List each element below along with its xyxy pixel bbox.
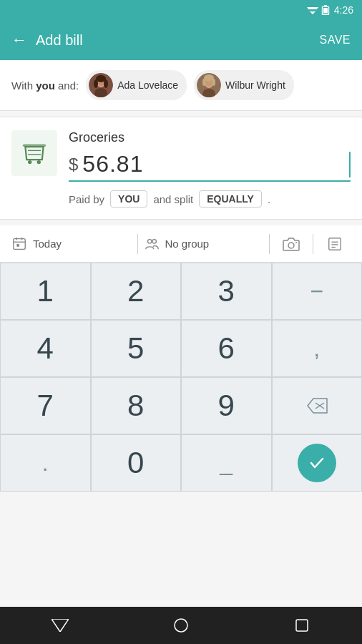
- svg-marker-41: [52, 619, 69, 632]
- svg-point-13: [104, 79, 108, 88]
- groceries-icon: [21, 140, 47, 166]
- svg-point-22: [28, 160, 31, 164]
- split-chip[interactable]: EQUALLY: [199, 190, 262, 208]
- currency-symbol: $: [69, 155, 78, 175]
- note-icon: [327, 236, 343, 252]
- note-button[interactable]: [319, 228, 351, 260]
- svg-rect-30: [16, 244, 19, 247]
- bill-amount[interactable]: 56.81: [82, 151, 349, 177]
- participants-label: With you and:: [11, 79, 79, 92]
- camera-button[interactable]: [275, 228, 307, 260]
- page-title: Add bill: [36, 32, 83, 49]
- group-picker[interactable]: No group: [144, 236, 264, 252]
- numpad-key-8[interactable]: 8: [91, 377, 182, 434]
- split-label: and split: [153, 193, 193, 205]
- svg-marker-2: [310, 11, 315, 14]
- numpad-key-,[interactable]: ,: [272, 320, 363, 377]
- svg-point-23: [37, 160, 41, 164]
- toolbar-divider-3: [313, 234, 313, 254]
- status-bar: 4:26: [0, 0, 362, 20]
- numpad-key-5[interactable]: 5: [91, 320, 182, 377]
- back-nav-icon: [52, 619, 69, 632]
- svg-point-18: [204, 74, 214, 82]
- date-label: Today: [33, 238, 62, 250]
- numpad: 123−456,789.0_: [0, 263, 362, 492]
- top-bar: ← Add bill SAVE: [0, 20, 362, 60]
- status-time: 4:26: [334, 4, 353, 16]
- numpad-key-.[interactable]: .: [0, 434, 91, 492]
- numpad-key-6[interactable]: 6: [181, 320, 272, 377]
- battery-icon: [321, 5, 330, 15]
- period: .: [268, 193, 270, 205]
- svg-point-42: [175, 619, 187, 632]
- category-icon-box[interactable]: [11, 130, 57, 176]
- numpad-key-9[interactable]: 9: [181, 377, 272, 434]
- cursor: [349, 152, 351, 177]
- recent-nav-button[interactable]: [280, 610, 323, 641]
- numpad-key-0[interactable]: 0: [91, 434, 182, 492]
- svg-point-12: [94, 79, 98, 88]
- svg-rect-4: [324, 5, 327, 6]
- bill-category[interactable]: Groceries: [69, 130, 351, 145]
- numpad-key-4[interactable]: 4: [0, 320, 91, 377]
- date-picker[interactable]: Today: [11, 236, 132, 252]
- numpad-key-7[interactable]: 7: [0, 377, 91, 434]
- toolbar-row: Today No group: [0, 225, 362, 263]
- bill-amount-row: $ 56.81: [69, 151, 351, 182]
- group-label: No group: [165, 238, 210, 250]
- participant-chip-ada[interactable]: Ada Lovelace: [86, 70, 187, 100]
- svg-rect-6: [323, 8, 328, 13]
- svg-point-31: [147, 239, 152, 243]
- svg-rect-43: [296, 620, 308, 631]
- nav-bar: [0, 607, 362, 644]
- bill-details: Groceries $ 56.81 Paid by YOU and split …: [69, 130, 351, 208]
- numpad-key-2[interactable]: 2: [91, 263, 182, 320]
- participant-name-ada: Ada Lovelace: [117, 79, 178, 91]
- svg-point-19: [202, 79, 205, 86]
- avatar-ada: [89, 73, 113, 97]
- home-nav-button[interactable]: [160, 610, 202, 641]
- numpad-key-3[interactable]: 3: [181, 263, 272, 320]
- bill-form-inner: Groceries $ 56.81 Paid by YOU and split …: [11, 130, 351, 208]
- recent-nav-icon: [295, 619, 308, 632]
- toolbar-divider-1: [137, 234, 138, 254]
- svg-rect-26: [14, 238, 26, 249]
- numpad-key-backspace[interactable]: [272, 377, 363, 434]
- svg-point-33: [288, 243, 294, 248]
- numpad-key-confirm[interactable]: [272, 434, 363, 492]
- home-nav-icon: [174, 618, 188, 633]
- numpad-key-_[interactable]: _: [181, 434, 272, 492]
- group-icon: [144, 236, 160, 252]
- status-icons: [307, 5, 330, 15]
- svg-point-32: [152, 239, 156, 243]
- camera-icon: [283, 236, 300, 252]
- avatar-wilbur: [197, 73, 221, 97]
- back-nav-button[interactable]: [39, 610, 82, 641]
- paid-by-label: Paid by: [69, 193, 104, 205]
- you-label: you: [36, 79, 55, 92]
- svg-rect-35: [329, 238, 341, 250]
- back-button[interactable]: ←: [11, 31, 27, 49]
- paid-by-chip[interactable]: YOU: [110, 190, 147, 208]
- participants-row: With you and: Ada Lovelace: [0, 60, 362, 111]
- participant-chip-wilbur[interactable]: Wilbur Wright: [194, 70, 294, 100]
- numpad-key-1[interactable]: 1: [0, 263, 91, 320]
- toolbar-divider-2: [269, 234, 270, 254]
- wifi-icon: [307, 6, 318, 14]
- participant-name-wilbur: Wilbur Wright: [225, 79, 285, 91]
- numpad-key--[interactable]: −: [272, 263, 363, 320]
- top-bar-left: ← Add bill: [11, 31, 83, 49]
- svg-point-20: [212, 79, 215, 86]
- svg-point-34: [295, 242, 297, 243]
- save-button[interactable]: SAVE: [320, 34, 351, 47]
- calendar-icon: [11, 236, 27, 252]
- paid-by-row: Paid by YOU and split EQUALLY .: [69, 190, 351, 208]
- bill-form: Groceries $ 56.81 Paid by YOU and split …: [0, 117, 362, 220]
